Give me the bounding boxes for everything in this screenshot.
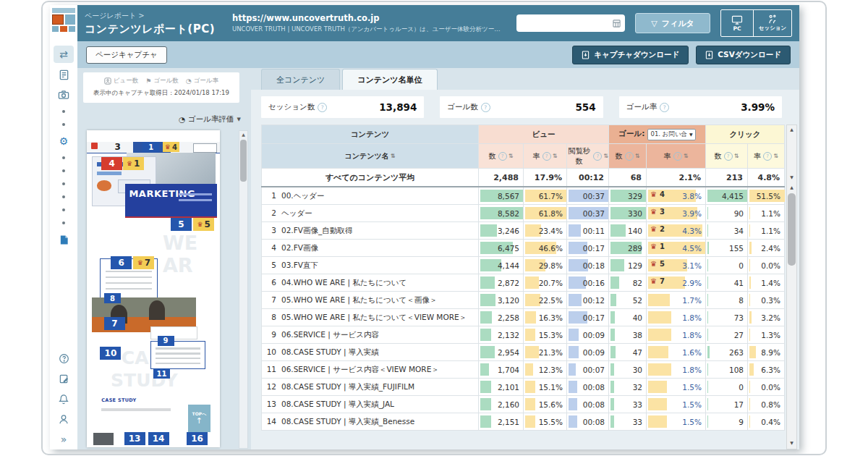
help-icon[interactable]: ? bbox=[318, 103, 327, 112]
click-rate-cell: 2.4% bbox=[748, 240, 785, 257]
scroll-up-arrow[interactable]: ▲ bbox=[787, 183, 796, 192]
expand-rail-icon[interactable]: » bbox=[54, 431, 74, 448]
capture-download-button[interactable]: キャプチャダウンロード bbox=[572, 46, 689, 64]
help-icon[interactable]: ? bbox=[724, 152, 733, 161]
click-count-cell: 155 bbox=[706, 240, 748, 257]
settings-gear-icon[interactable]: ⚙ bbox=[54, 132, 74, 150]
scroll-up-arrow[interactable]: ▲ bbox=[787, 125, 796, 134]
page-url[interactable]: https://www.uncovertruth.co.jp bbox=[232, 13, 506, 23]
memo-icon[interactable] bbox=[54, 370, 74, 387]
table-row[interactable]: 2ヘッダー8,58261.8%00:37330♛33.9%901.1% bbox=[262, 205, 785, 222]
view-rate-cell: 61.8% bbox=[524, 205, 567, 222]
rail-dot bbox=[62, 221, 65, 224]
table-row[interactable]: 1008.CASE STUDY | 導入実績2,95421.3%00:09471… bbox=[262, 344, 785, 361]
swap-icon[interactable]: ⇄ bbox=[54, 46, 74, 63]
click-rate-cell: 1.1% bbox=[748, 205, 785, 222]
sort-icon[interactable]: ⇅ bbox=[684, 153, 689, 159]
table-row[interactable]: 906.SERVICE | サービス内容2,13215.3%00:09381.8… bbox=[262, 326, 785, 344]
device-toggle-pc[interactable]: PC bbox=[721, 10, 753, 36]
goal-rank-badge: ♛1 bbox=[123, 157, 144, 170]
report-file-icon[interactable] bbox=[54, 231, 74, 248]
scroll-down-arrow[interactable]: ▼ bbox=[787, 439, 796, 447]
sort-icon[interactable]: ⇅ bbox=[734, 153, 739, 159]
click-count-cell: 90 bbox=[706, 205, 748, 222]
tab-all-contents[interactable]: 全コンテンツ bbox=[261, 69, 340, 90]
table-scrollbar[interactable]: ▲ ▼ ▲ ▼ bbox=[786, 124, 797, 449]
capture-date: 表示中のキャプチャ取得日：2024/01/18 17:19 bbox=[86, 89, 237, 98]
table-row[interactable]: 805.WHO WE ARE | 私たちについて＜VIEW MORE＞2,258… bbox=[262, 309, 785, 326]
view-seconds-cell: 00:37 bbox=[567, 205, 609, 222]
click-rate-cell: 1.4% bbox=[748, 274, 785, 292]
click-count-cell: 17 bbox=[706, 396, 748, 413]
clock-icon: ◔ bbox=[186, 77, 192, 85]
crown-icon: ♛ bbox=[137, 259, 143, 266]
filter-button[interactable]: ▽ フィルタ bbox=[635, 13, 710, 33]
calendar-icon[interactable] bbox=[613, 17, 621, 30]
content-name-cell: 302.FV画像_自動取得 bbox=[262, 222, 479, 240]
help-icon[interactable]: ? bbox=[481, 103, 490, 112]
watermark-text: CA bbox=[122, 347, 149, 368]
table-row[interactable]: 604.WHO WE ARE | 私たちについて2,87220.7%00:168… bbox=[262, 274, 785, 292]
content-name-cell: 705.WHO WE ARE | 私たちについて＜画像＞ bbox=[262, 292, 479, 309]
watermark-text: WE bbox=[163, 232, 197, 254]
user-icon[interactable] bbox=[54, 410, 74, 428]
help-icon[interactable]: ? bbox=[660, 103, 669, 112]
sort-icon[interactable]: ⇅ bbox=[635, 153, 640, 159]
csv-download-button[interactable]: CSVダウンロード bbox=[696, 46, 791, 64]
sort-icon[interactable]: ⇅ bbox=[553, 153, 558, 159]
help-icon[interactable]: ? bbox=[542, 152, 551, 161]
sort-icon[interactable]: ⇅ bbox=[603, 153, 608, 159]
legend-view-count[interactable]: ビュー数 bbox=[104, 77, 138, 85]
table-row[interactable]: 1308.CASE STUDY | 導入実績_JAL2,16015.6%00:0… bbox=[262, 396, 785, 413]
app-logo bbox=[52, 8, 75, 33]
goal-rate-cell: ♛33.9% bbox=[647, 205, 706, 222]
scroll-down-arrow[interactable]: ▼ bbox=[787, 173, 796, 182]
scrollbar-thumb[interactable] bbox=[788, 193, 796, 266]
table-row[interactable]: 1208.CASE STUDY | 導入実績_FUJIFILM2,10115.1… bbox=[262, 379, 785, 396]
crown-icon: ♛ bbox=[650, 208, 657, 216]
goal-rate-cell: 1.7% bbox=[647, 292, 706, 309]
help-icon[interactable]: ? bbox=[673, 152, 682, 161]
goal-rank: 1 bbox=[660, 242, 665, 250]
crown-icon: ♛ bbox=[165, 143, 171, 151]
table-row[interactable]: 503.FV直下4,14429.8%00:18129♛53.1%00.0% bbox=[262, 257, 785, 274]
rail-dot bbox=[62, 195, 65, 198]
breadcrumb[interactable]: ページレポート > bbox=[85, 11, 222, 21]
help-icon[interactable]: ? bbox=[625, 152, 634, 161]
click-rate-cell: 0.3% bbox=[748, 292, 785, 309]
table-row[interactable]: 402.FV画像6,47546.6%00:17289♛14.5%1552.4% bbox=[262, 240, 785, 257]
page-capture-thumbnail[interactable]: WE AR CA STUDY MARKETING bbox=[87, 130, 220, 447]
help-icon[interactable]: ? bbox=[593, 152, 602, 161]
group-header-view: ビュー bbox=[479, 125, 609, 144]
page-capture-button[interactable]: ページキャプチャ bbox=[86, 46, 167, 64]
scroll-up-arrow[interactable]: ▲ bbox=[239, 131, 247, 138]
legend-goal-count[interactable]: ⚑ ゴール数 bbox=[145, 77, 178, 85]
table-row[interactable]: 100.ヘッダー8,56761.7%00:37329♛43.8%4,41551.… bbox=[262, 187, 785, 205]
goal-count-cell: 129 bbox=[609, 257, 647, 274]
view-rate-cell: 61.7% bbox=[524, 187, 567, 205]
help-icon[interactable] bbox=[54, 350, 74, 367]
capture-scrollbar[interactable]: ▲ bbox=[239, 130, 248, 449]
table-row[interactable]: 1106.SERVICE | サービス内容＜VIEW MORE＞1,70412.… bbox=[262, 361, 785, 379]
goal-select[interactable]: 01. お問い合▼ bbox=[647, 129, 695, 140]
table-row[interactable]: 1408.CASE STUDY | 導入実績_Benesse2,15115.5%… bbox=[262, 413, 785, 431]
sort-icon[interactable]: ⇅ bbox=[773, 153, 778, 159]
bell-icon[interactable] bbox=[54, 390, 74, 408]
help-icon[interactable]: ? bbox=[763, 152, 772, 161]
legend-goal-rate[interactable]: ◔ ゴール率 bbox=[186, 77, 218, 85]
search-input[interactable] bbox=[521, 19, 613, 28]
table-row[interactable]: 705.WHO WE ARE | 私たちについて＜画像＞3,12022.5%00… bbox=[262, 292, 785, 309]
report-edit-icon[interactable] bbox=[54, 66, 74, 83]
goal-count-cell: 329 bbox=[609, 187, 647, 205]
tab-content-name-unit[interactable]: コンテンツ名単位 bbox=[342, 69, 437, 90]
sort-icon[interactable]: ⇅ bbox=[509, 153, 514, 159]
sort-icon[interactable]: ⇅ bbox=[391, 153, 396, 159]
crown-icon: ♛ bbox=[197, 221, 203, 228]
table-row[interactable]: 302.FV画像_自動取得3,24623.4%00:11140♛24.3%341… bbox=[262, 222, 785, 240]
session-toggle[interactable]: セッション bbox=[753, 10, 791, 36]
rail-dot bbox=[62, 110, 65, 113]
help-icon[interactable]: ? bbox=[498, 152, 507, 161]
goal-rate-eval-dropdown[interactable]: ◔ ゴール率評価 ▼ bbox=[179, 114, 241, 124]
scrollbar-thumb[interactable] bbox=[240, 140, 247, 182]
camera-icon[interactable] bbox=[54, 86, 74, 104]
